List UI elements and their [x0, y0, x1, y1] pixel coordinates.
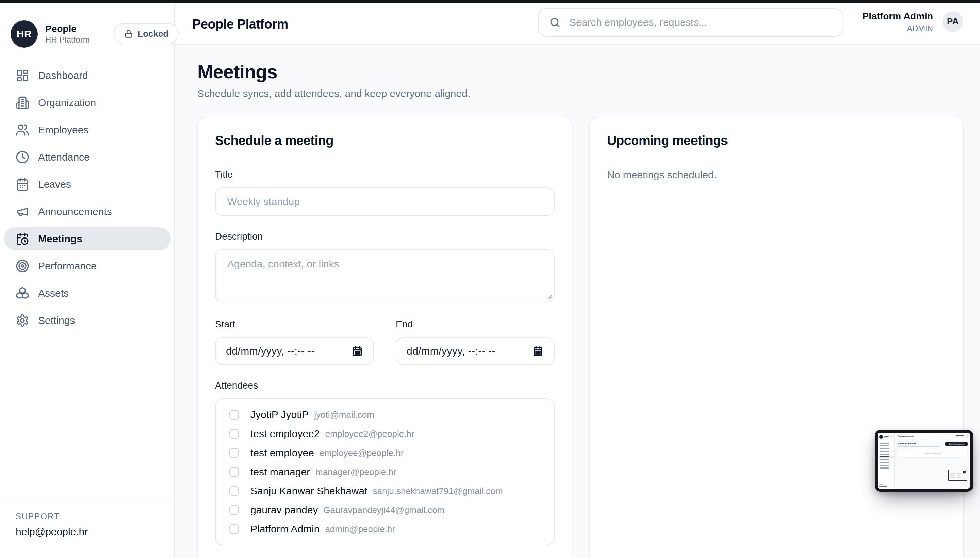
sidebar-item-label: Meetings [38, 233, 82, 245]
attendee-email: employee@people.hr [320, 448, 404, 458]
brand-subtitle: HR Platform [45, 34, 90, 45]
attendee-checkbox[interactable] [229, 448, 239, 458]
support-section: SUPPORT help@people.hr [0, 499, 174, 558]
sidebar-item-attendance[interactable]: Attendance [4, 146, 171, 168]
attendee-name: Sanju Kanwar Shekhawat [250, 485, 368, 497]
lock-icon [124, 29, 133, 38]
avatar[interactable]: PA [942, 11, 963, 32]
preview-header: Announcements [895, 433, 970, 440]
attendee-email: employee2@people.hr [325, 429, 414, 439]
preview-sidebar [878, 433, 895, 489]
attendee-row[interactable]: test manager manager@people.hr [216, 463, 554, 481]
page-title: Meetings [197, 61, 277, 83]
sidebar-item-announcements[interactable]: Announcements [4, 200, 171, 223]
sidebar-item-assets[interactable]: Assets [4, 282, 171, 305]
attendees-list: JyotiP JyotiP jyoti@mail.com test employ… [215, 399, 555, 545]
building-icon [16, 96, 29, 110]
title-label: Title [215, 169, 555, 180]
top-header: People Platform Platform Admin ADMIN PA [176, 3, 980, 45]
attendee-row[interactable]: test employee2 employee2@people.hr [216, 424, 554, 443]
brand: HR People HR Platform [11, 20, 90, 48]
attendee-name: test employee2 [250, 428, 320, 440]
attendee-email: manager@people.hr [315, 467, 396, 478]
sidebar-item-label: Announcements [38, 206, 112, 217]
dashboard-icon [16, 69, 29, 82]
users-icon [16, 123, 29, 137]
preview-logo [879, 435, 883, 438]
schedule-card-title: Schedule a meeting [215, 133, 555, 148]
main-content: Meetings Schedule syncs, add attendees, … [176, 45, 980, 558]
attendee-checkbox[interactable] [229, 505, 239, 515]
support-email[interactable]: help@people.hr [16, 526, 174, 538]
attendee-email: sanju.shekhawat791@gmail.com [373, 486, 503, 496]
attendee-name: Platform Admin [250, 523, 320, 535]
sidebar-item-dashboard[interactable]: Dashboard [4, 64, 171, 87]
preview-nested-thumbnail [948, 469, 967, 481]
schedule-meeting-card: Schedule a meeting Title Description Sta… [197, 116, 572, 558]
search-icon [549, 16, 561, 29]
upcoming-card-title: Upcoming meetings [607, 133, 728, 148]
meeting-description-input[interactable] [215, 249, 555, 302]
sidebar-item-meetings[interactable]: Meetings [4, 227, 171, 250]
page-subtitle: Schedule syncs, add attendees, and keep … [197, 88, 470, 99]
preview-search [931, 434, 957, 438]
app-window: HR People HR Platform Locked Dashboard O… [0, 0, 980, 558]
attendee-checkbox[interactable] [229, 524, 239, 534]
sidebar-item-label: Leaves [38, 179, 71, 190]
sidebar-item-settings[interactable]: Settings [4, 309, 171, 332]
calendar-icon [16, 177, 29, 191]
end-datetime-value: dd/mm/yyyy, --:-- -- [407, 345, 532, 357]
megaphone-icon [16, 205, 29, 218]
attendee-checkbox[interactable] [229, 429, 239, 438]
sidebar-item-label: Settings [38, 315, 75, 326]
calendar-picker-icon[interactable] [532, 345, 544, 357]
screen-share-preview-content: Announcements Announcements Broadcast up… [878, 433, 970, 489]
preview-create-announcement-button: Create Announcement [945, 442, 968, 446]
sidebar-item-label: Performance [38, 260, 97, 272]
attendee-row[interactable]: Sanju Kanwar Shekhawat sanju.shekhawat79… [216, 481, 554, 501]
calendar-picker-icon[interactable] [351, 345, 363, 357]
start-datetime-value: dd/mm/yyyy, --:-- -- [226, 345, 351, 357]
clock-icon [16, 150, 29, 164]
sidebar-item-employees[interactable]: Employees [4, 118, 171, 141]
start-label: Start [215, 319, 374, 330]
attendee-checkbox[interactable] [229, 410, 239, 420]
end-datetime-input[interactable]: dd/mm/yyyy, --:-- -- [396, 337, 555, 365]
user-info: Platform Admin ADMIN [863, 11, 933, 33]
attendee-row[interactable]: gaurav pandey Gauravpandeyji44@gmail.com [216, 501, 554, 520]
global-search[interactable] [538, 8, 843, 37]
sidebar-item-leaves[interactable]: Leaves [4, 173, 171, 195]
locked-badge-label: Locked [138, 29, 168, 39]
search-input[interactable] [569, 16, 832, 29]
brand-name: People [45, 23, 90, 35]
user-name: Platform Admin [863, 11, 933, 22]
attendee-name: JyotiP JyotiP [250, 409, 309, 420]
sidebar-item-label: Employees [38, 124, 89, 136]
sidebar-nav: Dashboard Organization Employees Attenda… [4, 64, 171, 336]
sidebar-item-label: Attendance [38, 151, 90, 163]
sidebar-item-organization[interactable]: Organization [4, 91, 171, 114]
meeting-title-input[interactable] [215, 187, 555, 216]
attendee-row[interactable]: Platform Admin admin@people.hr [216, 520, 554, 538]
attendee-name: test employee [250, 447, 314, 459]
sidebar-item-label: Assets [38, 287, 69, 299]
attendee-checkbox[interactable] [229, 486, 239, 496]
sidebar-item-performance[interactable]: Performance [4, 254, 171, 277]
attendee-checkbox[interactable] [229, 467, 239, 477]
locked-badge[interactable]: Locked [114, 23, 179, 44]
sidebar: HR People HR Platform Locked Dashboard O… [0, 3, 175, 558]
target-icon [16, 259, 29, 273]
end-label: End [396, 319, 555, 330]
gear-icon [16, 314, 29, 327]
attendee-row[interactable]: test employee employee@people.hr [216, 443, 554, 463]
attendee-email: Gauravpandeyji44@gmail.com [323, 505, 445, 515]
sidebar-item-label: Dashboard [38, 70, 88, 81]
attendee-email: jyoti@mail.com [314, 410, 374, 420]
attendee-name: test manager [250, 466, 310, 478]
app-title: People Platform [192, 17, 288, 32]
attendees-label: Attendees [215, 380, 555, 391]
screen-share-preview[interactable]: Announcements Announcements Broadcast up… [875, 430, 973, 492]
start-datetime-input[interactable]: dd/mm/yyyy, --:-- -- [215, 337, 374, 365]
attendee-email: admin@people.hr [325, 524, 395, 535]
attendee-row[interactable]: JyotiP JyotiP jyoti@mail.com [216, 405, 554, 424]
